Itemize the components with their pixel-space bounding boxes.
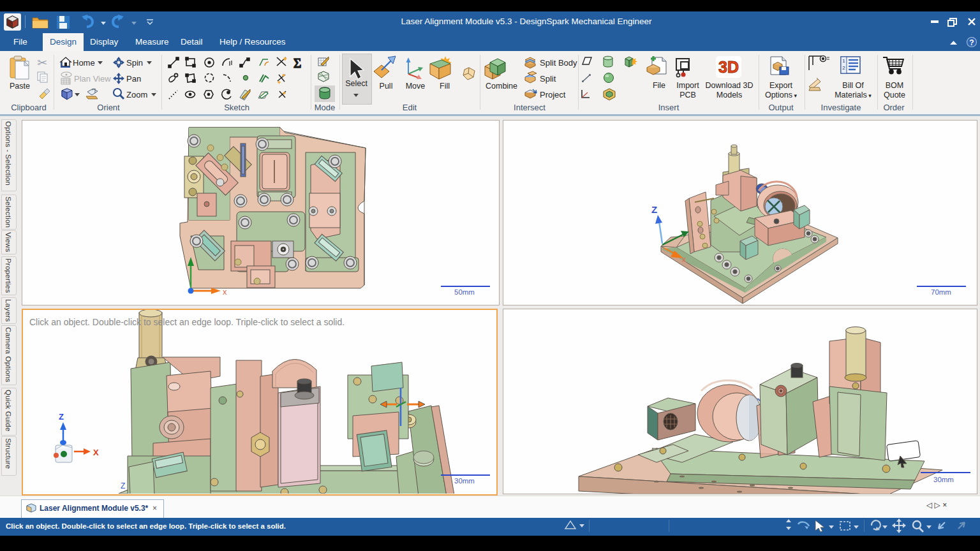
svg-text:x: x [682,255,686,264]
svg-text:✂: ✂ [37,56,47,70]
svg-text:Σ: Σ [293,55,301,71]
svg-text:Z: Z [651,204,657,215]
svg-text:Z: Z [121,481,125,490]
svg-text:3D: 3D [718,58,739,76]
svg-text:x: x [223,287,227,297]
svg-text:?: ? [969,38,974,47]
svg-text:Z: Z [59,412,64,422]
svg-text:1: 1 [842,58,845,64]
svg-text:X: X [93,448,99,457]
svg-text:2: 2 [842,65,845,71]
